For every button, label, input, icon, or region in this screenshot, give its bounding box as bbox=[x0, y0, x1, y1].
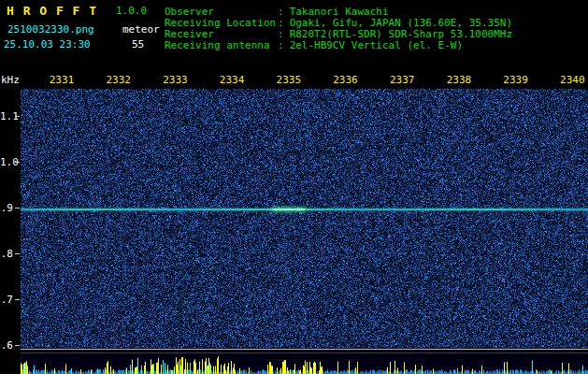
freq-tick-mark bbox=[15, 299, 20, 300]
time-tick-label: 2338 bbox=[447, 75, 472, 85]
time-tick-label: 2340 bbox=[560, 75, 585, 85]
meteor-echo-highlight bbox=[273, 209, 305, 210]
hrofft-screen: H R O F F T 1.0.0 2510032330.png meteor … bbox=[0, 0, 588, 374]
observation-field: Receiving antenna:2el-HB9CV Vertical (el… bbox=[165, 40, 512, 51]
spectrogram-baseline bbox=[21, 349, 588, 350]
app-title: H R O F F T bbox=[7, 5, 97, 17]
freq-tick-label: 1.0 bbox=[0, 157, 13, 167]
time-tick-label: 2335 bbox=[277, 75, 302, 85]
field-label: Receiving antenna bbox=[165, 40, 278, 51]
time-tick-label: 2339 bbox=[503, 75, 528, 85]
freq-tick-mark bbox=[15, 208, 20, 209]
time-tick-label: 2333 bbox=[163, 75, 188, 85]
freq-tick-label: .7 bbox=[0, 295, 13, 305]
observation-info: Observer:Takanori KawachiReceiving Locat… bbox=[165, 7, 512, 51]
time-tick-label: 2336 bbox=[333, 75, 358, 85]
freq-tick-label: .8 bbox=[0, 249, 13, 259]
signal-level-canvas bbox=[21, 355, 588, 374]
time-axis: 2331233223332334233523362337233823392340 bbox=[0, 75, 588, 86]
freq-tick-mark bbox=[15, 253, 20, 254]
freq-tick-mark bbox=[15, 116, 20, 117]
time-tick-label: 2332 bbox=[106, 75, 131, 85]
strip-top-line bbox=[21, 352, 588, 353]
time-tick-label: 2334 bbox=[220, 75, 245, 85]
field-separator: : bbox=[278, 39, 284, 51]
mode-label: meteor bbox=[122, 24, 160, 35]
time-tick-label: 2331 bbox=[50, 75, 75, 85]
app-version: 1.0.0 bbox=[116, 6, 147, 16]
carrier-signal-trace bbox=[21, 209, 588, 210]
freq-tick-label: .9 bbox=[0, 203, 13, 213]
freq-tick-label: 1.1 bbox=[0, 111, 13, 122]
observation-timestamp: 25.10.03 23:30 bbox=[4, 39, 91, 50]
spectrogram-canvas bbox=[21, 89, 588, 348]
freq-tick-mark bbox=[15, 162, 20, 163]
output-filename: 2510032330.png bbox=[7, 24, 94, 35]
time-tick-label: 2337 bbox=[390, 75, 415, 85]
echo-count: 55 bbox=[132, 39, 144, 50]
field-value: 2el-HB9CV Vertical (el. E-W) bbox=[284, 39, 463, 51]
freq-tick-label: .6 bbox=[0, 340, 13, 351]
freq-tick-mark bbox=[15, 345, 20, 346]
